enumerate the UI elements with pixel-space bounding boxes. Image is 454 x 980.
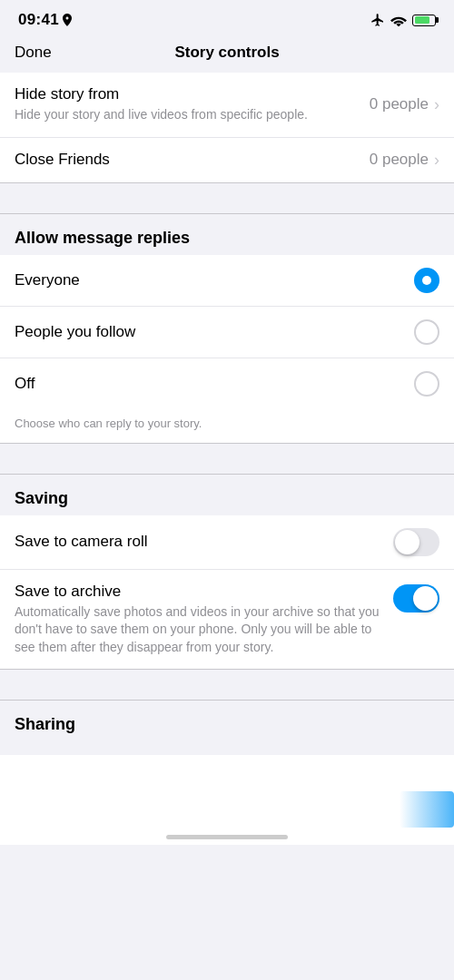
home-indicator [166,835,288,839]
save-archive-sublabel: Automatically save photos and videos in … [15,603,393,657]
section-divider-3 [0,669,454,701]
sharing-title: Sharing [15,715,75,733]
bottom-section [0,755,454,828]
chevron-icon: › [434,151,439,170]
sharing-header: Sharing [0,701,454,755]
page-title: Story controls [174,44,279,62]
saving-title: Saving [15,489,68,507]
section-divider-1 [0,182,454,214]
bottom-indicator [0,828,454,845]
location-icon [63,14,72,26]
status-icons [370,13,436,27]
toggle-thumb [413,586,438,611]
save-camera-roll-label: Save to camera roll [15,533,147,550]
off-row[interactable]: Off [0,358,454,409]
saving-header: Saving [0,475,454,515]
allow-message-header: Allow message replies [0,214,454,255]
hide-story-row[interactable]: Hide story from Hide your story and live… [0,73,454,137]
wifi-icon [390,14,407,26]
hide-story-label: Hide story from [15,85,370,103]
close-friends-value: 0 people [370,151,429,169]
people-you-follow-row[interactable]: People you follow [0,307,454,358]
hide-story-sublabel: Hide your story and live videos from spe… [15,106,370,124]
hide-story-value: 0 people [370,95,429,113]
reply-helper-text: Choose who can reply to your story. [0,409,454,443]
chevron-icon: › [434,95,439,114]
people-you-follow-label: People you follow [15,323,135,340]
everyone-label: Everyone [15,271,80,289]
allow-message-section: Everyone People you follow Off Choose wh… [0,255,454,443]
close-friends-row[interactable]: Close Friends 0 people › [0,138,454,182]
everyone-radio[interactable] [414,268,439,293]
hide-story-section: Hide story from Hide your story and live… [0,73,454,137]
status-bar: 09:41 [0,0,454,36]
toggle-thumb [395,530,419,554]
saving-section: Save to camera roll Save to archive Auto… [0,515,454,670]
close-friends-label: Close Friends [15,151,370,169]
done-button[interactable]: Done [15,44,52,62]
save-camera-roll-toggle[interactable] [393,528,439,556]
off-radio[interactable] [414,371,439,397]
save-to-archive-row[interactable]: Save to archive Automatically save photo… [0,570,454,670]
nav-header: Done Story controls [0,36,454,73]
airplane-icon [370,13,385,27]
save-to-camera-roll-row[interactable]: Save to camera roll [0,515,454,570]
allow-message-title: Allow message replies [15,229,190,247]
off-label: Off [15,375,35,392]
people-you-follow-radio[interactable] [414,319,439,345]
section-divider-2 [0,443,454,475]
status-time: 09:41 [18,11,59,29]
battery-icon [412,15,436,26]
close-friends-section: Close Friends 0 people › [0,137,454,182]
everyone-row[interactable]: Everyone [0,255,454,307]
save-archive-label: Save to archive [15,583,121,600]
save-archive-toggle[interactable] [393,584,439,612]
